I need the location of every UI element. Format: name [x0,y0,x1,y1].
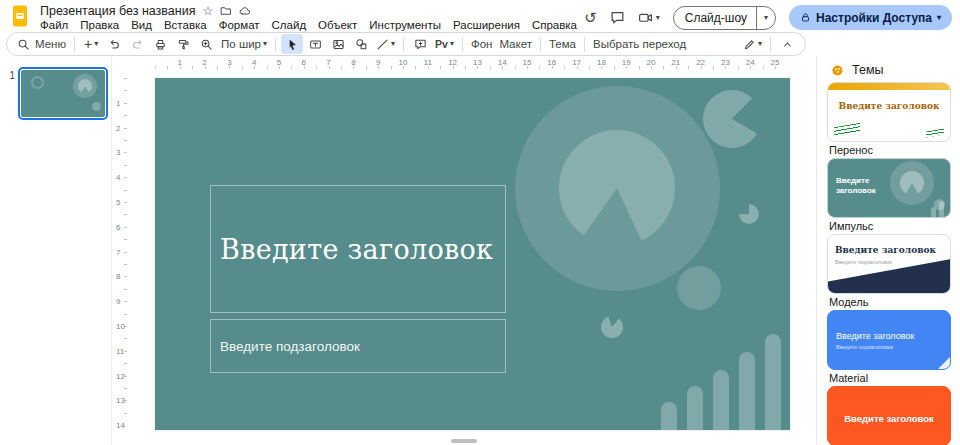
ruler-number: 2 [202,58,206,67]
slide-thumbnail[interactable] [21,70,105,117]
theme-preview-subtitle: Введите подзаголовок [836,344,893,350]
theme-decoration [931,207,936,217]
slides-logo[interactable] [8,4,32,28]
insert-shape-button[interactable] [350,34,372,54]
image-icon [332,38,345,51]
theme-card-material[interactable]: Введите заголовок Введите подзаголовок M… [827,310,960,384]
ruler-number: 24 [746,58,755,67]
meet-caret-icon[interactable]: ▾ [656,14,660,22]
title-area: Презентация без названия ☆ Файл Правка В… [40,3,583,33]
menu-view[interactable]: Вид [125,18,158,33]
theme-button[interactable]: Тема [546,34,579,54]
decoration-bar [713,370,729,430]
theme-card-perenos[interactable]: Введите заголовок Перенос [827,82,960,156]
toolbar: Меню +▾ По шир▾ ▾ Pv▾ Фон Макет Тема [6,32,806,56]
ruler-number: 20 [647,58,656,67]
themes-icon [831,64,844,77]
slide-number: 1 [5,70,15,117]
theme-card-orange[interactable]: Введите заголовок [827,386,960,445]
version-history-icon[interactable]: ↺ [584,10,597,25]
ruler-number: 15 [523,58,532,67]
star-icon[interactable]: ☆ [202,5,213,17]
ruler-number: 11 [424,58,432,67]
select-tool-button[interactable] [281,34,303,54]
pen-input-tool[interactable]: Pv▾ [432,34,457,54]
menu-file[interactable]: Файл [34,18,74,33]
move-folder-icon[interactable] [220,5,232,17]
text-box-button[interactable] [304,34,326,54]
slideshow-caret-icon[interactable]: ▾ [757,14,775,22]
ruler-number: 6 [116,223,120,232]
menu-insert[interactable]: Вставка [158,18,213,33]
theme-decoration [938,357,950,369]
fit-zoom-select[interactable]: По шир▾ [218,34,270,54]
insert-image-button[interactable] [327,34,349,54]
new-slide-button[interactable]: +▾ [80,34,102,54]
menu-slide[interactable]: Слайд [266,18,313,33]
undo-icon [108,38,121,51]
comments-icon[interactable] [610,10,625,25]
theme-decoration [900,171,924,195]
slide-canvas[interactable]: Введите заголовок Введите подзаголовок [155,78,790,430]
slideshow-label: Слайд-шоу [674,11,756,25]
decoration-medium-circle [677,266,721,310]
canvas-area: 1234567891011121314151617181920212223242… [112,56,816,445]
pen-input-label: Pv [435,38,448,50]
theme-preview[interactable]: Введите заголовок [827,158,951,218]
subtitle-placeholder[interactable]: Введите подзаголовок [210,319,506,373]
cloud-status-icon[interactable] [239,5,251,17]
filmstrip: 1 [0,56,112,445]
search-icon [17,38,30,51]
ruler-number: 1 [178,58,182,67]
redo-button[interactable] [126,34,148,54]
meet-button[interactable]: ▾ [638,10,660,25]
title-placeholder[interactable]: Введите заголовок [210,185,506,313]
layout-button[interactable]: Макет [496,34,535,54]
main-area: 1 12345678910111213141516171819202122232… [0,56,960,445]
toolbar-divider [540,37,541,52]
print-button[interactable] [149,34,171,54]
themes-panel: Темы Введите заголовок Перенос Введите з… [816,56,960,445]
menu-help[interactable]: Справка [526,18,583,33]
theme-preview-subtitle: Введите подзаголовок [835,259,892,265]
decoration-top-right-pie [703,90,761,148]
zoom-icon [200,38,213,51]
ruler-number: 12 [116,372,125,381]
menu-format[interactable]: Формат [213,18,266,33]
ruler-number: 4 [252,58,256,67]
insert-line-button[interactable]: ▾ [373,34,398,54]
undo-button[interactable] [103,34,125,54]
theme-card-model[interactable]: Введите заголовок Введите подзаголовок М… [827,234,960,308]
decoration-bar-chart [661,334,781,430]
transition-button[interactable]: Выбрать переход [590,34,689,54]
share-button[interactable]: Настройки Доступа ▾ [789,5,952,30]
toolbar-menu-search[interactable]: Меню [14,38,69,51]
themes-panel-header: Темы [831,62,960,78]
theme-preview[interactable]: Введите заголовок Введите подзаголовок [827,310,951,370]
theme-preview[interactable]: Введите заголовок [827,386,951,445]
slide-thumbnail-row[interactable]: 1 [0,70,111,117]
theme-card-impuls[interactable]: Введите заголовок Импульс [827,158,960,232]
theme-preview[interactable]: Введите заголовок [827,82,951,142]
share-caret-icon: ▾ [937,14,941,22]
ruler-number: 4 [116,173,120,182]
theme-preview[interactable]: Введите заголовок Введите подзаголовок [827,234,951,294]
background-button[interactable]: Фон [468,34,496,54]
zoom-button[interactable] [195,34,217,54]
themes-panel-title: Темы [852,63,883,77]
slideshow-button[interactable]: Слайд-шоу ▾ [673,6,776,30]
toolbar-divider [403,37,404,52]
paint-format-button[interactable] [172,34,194,54]
document-title[interactable]: Презентация без названия [40,4,195,18]
ruler-number: 7 [116,248,120,257]
insert-comment-button[interactable] [409,34,431,54]
collapse-toolbar-button[interactable] [776,34,798,54]
ruler-number: 5 [277,58,281,67]
horizontal-scrollbar[interactable] [451,439,477,443]
menu-object[interactable]: Объект [312,18,363,33]
ruler-number: 1 [116,99,120,108]
menu-edit[interactable]: Правка [74,18,125,33]
menu-extensions[interactable]: Расширения [447,18,526,33]
menu-tools[interactable]: Инструменты [363,18,447,33]
pen-mode-button[interactable]: ▾ [740,34,765,54]
